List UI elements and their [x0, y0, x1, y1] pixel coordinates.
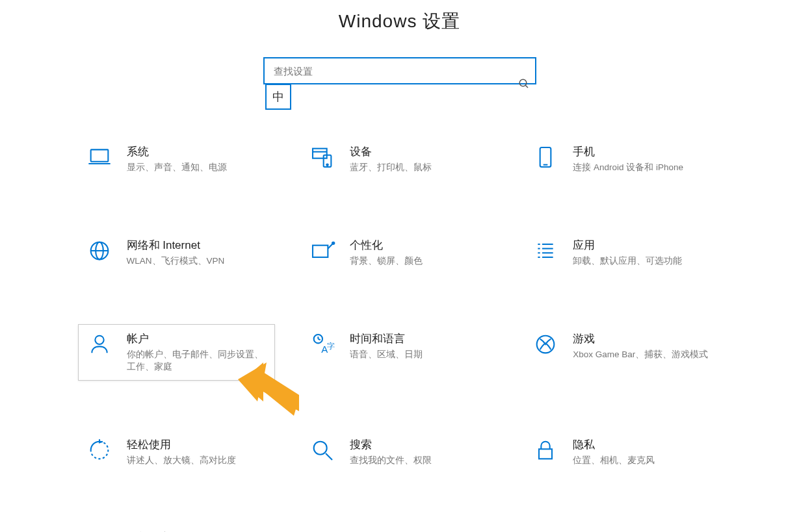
tile-phone[interactable]: 手机 连接 Android 设备和 iPhone	[524, 137, 721, 181]
tile-title: 轻松使用	[127, 437, 267, 452]
phone-icon	[532, 144, 558, 170]
tile-apps[interactable]: 应用 卸载、默认应用、可选功能	[524, 231, 721, 275]
ime-indicator[interactable]: 中	[265, 84, 291, 110]
svg-rect-33	[539, 449, 552, 459]
tile-title: 应用	[573, 238, 713, 253]
tile-title: 帐户	[127, 331, 267, 346]
laptop-icon	[86, 144, 112, 170]
xbox-icon	[532, 331, 558, 357]
tile-desc: 蓝牙、打印机、鼠标	[350, 162, 490, 174]
svg-rect-4	[313, 149, 327, 158]
search-container: 中	[263, 57, 536, 110]
tile-title: 个性化	[350, 238, 490, 253]
tile-title: 搜索	[350, 437, 490, 452]
tile-desc: 显示、声音、通知、电源	[127, 162, 267, 174]
tile-title: 设备	[350, 144, 490, 159]
tile-update[interactable]: 更新和安全 Windows 更新、恢复、备份	[78, 523, 275, 532]
tile-desc: 位置、相机、麦克风	[573, 455, 713, 467]
svg-point-0	[519, 79, 527, 86]
search-icon	[518, 78, 530, 90]
tile-desc: Xbox Game Bar、捕获、游戏模式	[573, 349, 713, 361]
svg-rect-8	[540, 147, 551, 167]
magnifier-icon	[309, 437, 335, 463]
tile-system[interactable]: 系统 显示、声音、通知、电源	[78, 137, 275, 181]
personalization-icon	[309, 238, 335, 264]
svg-point-31	[313, 441, 326, 454]
svg-rect-2	[90, 149, 108, 161]
svg-point-15	[332, 242, 334, 244]
time-language-icon: A 字	[309, 331, 335, 357]
tile-gaming[interactable]: 游戏 Xbox Game Bar、捕获、游戏模式	[524, 324, 721, 381]
tile-desc: 连接 Android 设备和 iPhone	[573, 162, 713, 174]
tile-desc: 讲述人、放大镜、高对比度	[127, 455, 267, 467]
svg-line-1	[525, 85, 528, 88]
lock-icon	[532, 437, 558, 463]
page-title: Windows 设置	[0, 9, 799, 34]
tile-privacy[interactable]: 隐私 位置、相机、麦克风	[524, 430, 721, 474]
tile-title: 隐私	[573, 437, 713, 452]
tile-ease-of-access[interactable]: 轻松使用 讲述人、放大镜、高对比度	[78, 430, 275, 474]
tile-title: 系统	[127, 144, 267, 159]
tile-personalization[interactable]: 个性化 背景、锁屏、颜色	[301, 231, 498, 275]
svg-point-24	[95, 335, 103, 344]
svg-line-27	[318, 338, 320, 340]
tile-title: 游戏	[573, 331, 713, 346]
globe-icon	[86, 238, 112, 264]
tile-desc: 卸载、默认应用、可选功能	[573, 255, 713, 268]
devices-icon	[309, 144, 335, 170]
tile-desc: 语音、区域、日期	[350, 349, 490, 361]
tile-desc: 背景、锁屏、颜色	[350, 255, 490, 268]
svg-line-32	[326, 453, 332, 460]
svg-point-7	[326, 164, 328, 166]
tile-desc: 查找我的文件、权限	[350, 455, 490, 467]
svg-rect-13	[313, 246, 328, 257]
person-icon	[86, 331, 112, 357]
tile-accounts[interactable]: 帐户 你的帐户、电子邮件、同步设置、工作、家庭	[78, 324, 275, 381]
tile-desc: WLAN、飞行模式、VPN	[127, 255, 267, 268]
tile-title: 网络和 Internet	[127, 238, 267, 253]
tile-devices[interactable]: 设备 蓝牙、打印机、鼠标	[301, 137, 498, 181]
tile-title: 时间和语言	[350, 331, 490, 346]
tile-time-language[interactable]: A 字 时间和语言 语音、区域、日期	[301, 324, 498, 381]
tile-search[interactable]: 搜索 查找我的文件、权限	[301, 430, 498, 474]
settings-grid: 系统 显示、声音、通知、电源 设备 蓝牙、打印机、鼠标 手机 连接 Androi…	[78, 137, 722, 532]
tile-network[interactable]: 网络和 Internet WLAN、飞行模式、VPN	[78, 231, 275, 275]
tile-title: 手机	[573, 144, 713, 159]
search-input[interactable]	[263, 57, 536, 84]
ease-of-access-icon	[86, 437, 112, 463]
apps-icon	[532, 238, 558, 264]
svg-text:字: 字	[326, 341, 334, 349]
tile-desc: 你的帐户、电子邮件、同步设置、工作、家庭	[127, 349, 267, 374]
